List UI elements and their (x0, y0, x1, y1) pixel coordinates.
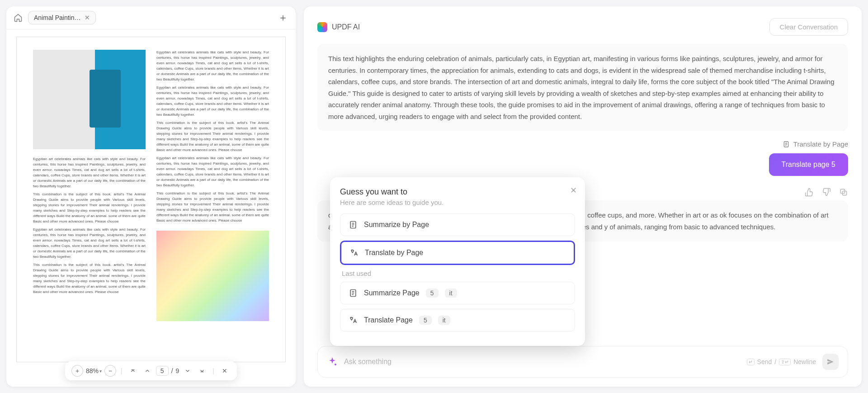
hint-sep: / (774, 358, 776, 365)
popup-item-label: Summarize Page (364, 289, 420, 297)
chevron-down-icon: ▾ (99, 369, 102, 374)
page-sep: / (171, 367, 173, 374)
document-viewport[interactable]: Egyptian art celebrates animals like cat… (6, 29, 296, 387)
doc-paragraph: This combination is the subject of this … (33, 262, 146, 295)
enter-key-icon: ↵ (747, 359, 755, 365)
popup-title: Guess you want to (340, 187, 575, 197)
translate-section-header: Translate by Page (317, 140, 848, 148)
doc-column-right: Egyptian art celebrates animals like cat… (156, 50, 269, 349)
translate-icon (349, 248, 359, 257)
page-total: 9 (176, 367, 179, 374)
zoom-level[interactable]: 88% ▾ (86, 367, 102, 374)
doc-paragraph: This combination is the subject of this … (156, 120, 269, 153)
popup-recent-translate[interactable]: Translate Page 5 it (340, 309, 575, 331)
popup-item-translate[interactable]: Translate by Page (340, 241, 575, 265)
svg-point-3 (335, 364, 336, 365)
translate-button-row: Translate page 5 (317, 153, 848, 176)
doc-column-left: Egyptian art celebrates animals like cat… (33, 50, 146, 349)
hint-newline: Newline (793, 358, 816, 365)
prev-page-button[interactable] (142, 365, 153, 377)
doc-image-elephant (33, 50, 146, 149)
separator: | (211, 367, 216, 374)
ai-brand: UPDF AI (317, 22, 360, 32)
last-page-button[interactable] (196, 365, 208, 377)
document-icon (783, 141, 790, 148)
hint-send: Send (757, 358, 772, 365)
popup-item-summarize[interactable]: Summarize by Page (340, 213, 575, 236)
lang-badge: it (445, 289, 457, 298)
page-badge: 5 (419, 316, 432, 325)
zoom-out-button[interactable]: − (104, 365, 116, 377)
page-input[interactable]: 5 (156, 366, 169, 376)
doc-image-pencils (156, 231, 269, 321)
tab-add-button[interactable]: ＋ (277, 11, 289, 24)
page-toolbar: + 88% ▾ − | 5 / 9 | ✕ (65, 361, 237, 380)
send-button[interactable] (822, 354, 839, 370)
document-panel: Animal Paintin… ✕ ＋ Egyptian art celebra… (6, 6, 296, 387)
chat-header: UPDF AI Clear Conversation (317, 18, 848, 36)
doc-paragraph: Egyptian art celebrates animals like cat… (156, 156, 269, 188)
translate-icon (349, 316, 358, 325)
ai-brand-label: UPDF AI (332, 23, 360, 31)
separator: | (119, 367, 124, 374)
suggestion-popup: ✕ Guess you want to Here are some ideas … (330, 177, 585, 346)
copy-icon[interactable] (839, 188, 848, 197)
popup-section-last-used: Last used (342, 270, 575, 277)
sparkle-icon[interactable] (327, 356, 338, 367)
close-toolbar-button[interactable]: ✕ (219, 365, 231, 377)
translate-header-label: Translate by Page (793, 140, 848, 148)
popup-item-label: Translate Page (364, 316, 413, 324)
first-page-button[interactable] (127, 365, 139, 377)
thumbs-down-icon[interactable] (822, 188, 831, 197)
doc-paragraph: Egyptian art celebrates animals like cat… (156, 85, 269, 118)
doc-paragraph: Egyptian art celebrates animals like cat… (33, 156, 146, 189)
document-icon (349, 220, 358, 229)
popup-item-label: Translate by Page (365, 249, 423, 257)
chat-input-bar: ↵ Send / ⇧↵ Newline (317, 346, 848, 378)
document-page: Egyptian art celebrates animals like cat… (16, 37, 286, 362)
tab-document[interactable]: Animal Paintin… ✕ (28, 11, 96, 24)
tab-bar: Animal Paintin… ✕ ＋ (6, 6, 296, 29)
translate-page-button[interactable]: Translate page 5 (769, 153, 848, 176)
clear-conversation-button[interactable]: Clear Conversation (769, 18, 848, 36)
next-page-button[interactable] (182, 365, 193, 377)
chat-input[interactable] (344, 358, 741, 366)
lang-badge: it (438, 316, 450, 325)
doc-paragraph: Egyptian art celebrates animals like cat… (33, 227, 146, 260)
doc-paragraph: This combination is the subject of this … (156, 191, 269, 223)
zoom-value: 88% (86, 367, 99, 374)
tab-label: Animal Paintin… (34, 14, 81, 21)
thumbs-up-icon[interactable] (805, 188, 814, 197)
shift-enter-key-icon: ⇧↵ (779, 359, 791, 365)
doc-paragraph: This combination is the subject of this … (33, 192, 146, 224)
popup-recent-summarize[interactable]: Summarize Page 5 it (340, 282, 575, 304)
input-hints: ↵ Send / ⇧↵ Newline (747, 358, 816, 365)
home-icon[interactable] (13, 12, 24, 23)
document-icon (349, 289, 358, 298)
popup-subtitle: Here are some ideas to guide you. (340, 199, 575, 206)
page-badge: 5 (426, 289, 439, 298)
popup-item-label: Summarize by Page (364, 221, 429, 229)
ai-message: This text highlights the enduring celebr… (317, 44, 848, 131)
updf-logo-icon (317, 22, 327, 32)
close-icon[interactable]: ✕ (570, 185, 577, 195)
zoom-in-button[interactable]: + (71, 365, 83, 377)
doc-paragraph: Egyptian art celebrates animals like cat… (156, 50, 269, 82)
tab-close-icon[interactable]: ✕ (85, 14, 90, 21)
